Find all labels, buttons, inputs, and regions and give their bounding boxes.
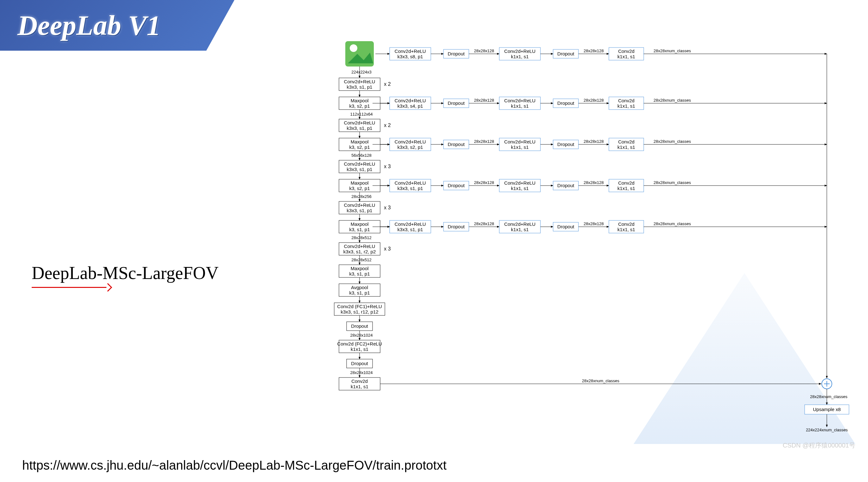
c5: Conv2d+ReLUk3x3, s1, r2, p2: [339, 243, 380, 255]
svg-text:28x28x128: 28x28x128: [584, 49, 604, 53]
svg-text:k3x3, s1, p1: k3x3, s1, p1: [347, 125, 373, 131]
svg-text:Conv2d+ReLU: Conv2d+ReLU: [344, 161, 375, 167]
head-conv2: Conv2d+ReLUk1x1, s1: [499, 97, 540, 109]
svg-text:k3x3, s1, p1: k3x3, s1, p1: [347, 84, 373, 90]
svg-text:28x28x128: 28x28x128: [584, 221, 604, 226]
svg-text:Dropout: Dropout: [557, 100, 574, 106]
fc3: Conv2dk1x1, s1: [339, 378, 380, 390]
svg-text:28x28x128: 28x28x128: [474, 180, 494, 185]
c4: Conv2d+ReLUk3x3, s1, p1: [339, 201, 380, 214]
svg-text:28x28xnum_classes: 28x28xnum_classes: [654, 49, 691, 53]
svg-text:Dropout: Dropout: [557, 183, 574, 188]
c3: Conv2d+ReLUk3x3, s1, p1: [339, 160, 380, 173]
svg-text:Maxpool: Maxpool: [351, 221, 369, 227]
svg-text:k1x1, s1: k1x1, s1: [511, 186, 529, 191]
svg-text:112x112x64: 112x112x64: [350, 112, 373, 117]
svg-text:Conv2d: Conv2d: [618, 49, 634, 54]
svg-text:k1x1, s1: k1x1, s1: [351, 384, 368, 389]
svg-text:28x28x128: 28x28x128: [474, 98, 494, 103]
svg-text:x 2: x 2: [384, 123, 391, 128]
head-dropout2: Dropout: [553, 50, 579, 58]
svg-text:Conv2d: Conv2d: [618, 98, 634, 103]
svg-text:Conv2d+ReLU: Conv2d+ReLU: [344, 202, 375, 208]
head-dropout2: Dropout: [553, 181, 579, 190]
head-conv3: Conv2dk1x1, s1: [609, 138, 644, 151]
svg-text:Dropout: Dropout: [351, 361, 368, 366]
model-name: DeepLab-MSc-LargeFOV: [32, 263, 219, 283]
svg-text:k1x1, s1: k1x1, s1: [617, 103, 635, 108]
svg-text:k3x3, s1, p1: k3x3, s1, p1: [398, 227, 423, 232]
head-conv2: Conv2d+ReLUk1x1, s1: [499, 179, 540, 192]
svg-text:28x28x1024: 28x28x1024: [350, 370, 373, 375]
svg-text:x 3: x 3: [384, 164, 391, 169]
svg-text:Dropout: Dropout: [447, 183, 465, 188]
head-conv3: Conv2dk1x1, s1: [609, 220, 644, 233]
head-dropout1: Dropout: [443, 222, 469, 231]
svg-text:k1x1, s1: k1x1, s1: [511, 103, 529, 108]
head-dropout1: Dropout: [443, 99, 469, 108]
svg-text:28x28xnum_classes: 28x28xnum_classes: [654, 139, 691, 144]
svg-text:Dropout: Dropout: [557, 51, 574, 56]
svg-text:Conv2d+ReLU: Conv2d+ReLU: [344, 79, 375, 84]
svg-text:k3, s1, p1: k3, s1, p1: [349, 290, 370, 295]
c2: Conv2d+ReLUk3x3, s1, p1: [339, 119, 380, 132]
architecture-diagram: 224x224x3Conv2d+ReLUk3x3, s1, p1x 2Maxpo…: [333, 41, 852, 465]
svg-text:28x28xnum_classes: 28x28xnum_classes: [654, 221, 691, 226]
svg-text:28x28xnum_classes: 28x28xnum_classes: [582, 379, 619, 383]
svg-text:k3x3, s2, p1: k3x3, s2, p1: [398, 144, 423, 150]
svg-text:28x28x128: 28x28x128: [584, 139, 604, 144]
svg-text:Conv2d+ReLU: Conv2d+ReLU: [504, 49, 536, 54]
head-conv1: Conv2d+ReLUk3x3, s1, p1: [390, 220, 431, 233]
svg-text:Dropout: Dropout: [557, 224, 574, 229]
svg-text:28x28x128: 28x28x128: [584, 180, 604, 185]
svg-text:56x56x128: 56x56x128: [351, 153, 372, 158]
svg-text:Dropout: Dropout: [447, 51, 465, 56]
svg-text:Maxpool: Maxpool: [351, 266, 369, 271]
svg-text:28x28x128: 28x28x128: [584, 98, 604, 103]
head-conv1: Conv2d+ReLUk3x3, s4, p1: [390, 97, 431, 109]
upsample: Upsample x8: [805, 405, 849, 414]
svg-text:x 2: x 2: [384, 82, 391, 87]
svg-text:k1x1, s1: k1x1, s1: [617, 227, 635, 232]
svg-text:k3, s2, p1: k3, s2, p1: [349, 144, 370, 150]
d1: Dropout: [347, 322, 373, 331]
svg-text:Dropout: Dropout: [447, 141, 465, 147]
head-dropout1: Dropout: [443, 181, 469, 190]
svg-text:28x28x1024: 28x28x1024: [350, 333, 373, 338]
input-image-icon: [345, 41, 374, 66]
head-conv3: Conv2dk1x1, s1: [609, 47, 644, 60]
svg-text:k1x1, s1: k1x1, s1: [351, 347, 368, 352]
head-conv2: Conv2d+ReLUk1x1, s1: [499, 47, 540, 60]
svg-text:Conv2d+ReLU: Conv2d+ReLU: [504, 221, 536, 227]
d2: Dropout: [347, 359, 373, 368]
svg-text:Conv2d+ReLU: Conv2d+ReLU: [504, 180, 536, 186]
svg-text:k3x3, s1, r12, p12: k3x3, s1, r12, p12: [341, 309, 378, 315]
head-conv1: Conv2d+ReLUk3x3, s2, p1: [390, 138, 431, 151]
svg-text:Conv2d (FC2)+ReLU: Conv2d (FC2)+ReLU: [337, 341, 382, 347]
svg-text:Conv2d+ReLU: Conv2d+ReLU: [395, 221, 426, 227]
head-dropout2: Dropout: [553, 99, 579, 108]
svg-text:Conv2d+ReLU: Conv2d+ReLU: [504, 139, 536, 144]
svg-text:Dropout: Dropout: [447, 224, 465, 229]
head-conv2: Conv2d+ReLUk1x1, s1: [499, 220, 540, 233]
svg-text:Conv2d: Conv2d: [618, 221, 634, 227]
head-dropout2: Dropout: [553, 140, 579, 149]
svg-text:k1x1, s1: k1x1, s1: [511, 54, 529, 59]
svg-text:Maxpool: Maxpool: [351, 98, 369, 103]
svg-text:k3x3, s4, p1: k3x3, s4, p1: [398, 103, 423, 108]
svg-text:k1x1, s1: k1x1, s1: [617, 144, 635, 150]
svg-text:Dropout: Dropout: [557, 141, 574, 147]
svg-point-1: [350, 44, 357, 52]
svg-text:28x28xnum_classes: 28x28xnum_classes: [654, 98, 691, 103]
page-title: DeepLab V1: [18, 9, 161, 41]
svg-text:Dropout: Dropout: [351, 323, 368, 329]
svg-text:k3, s2, p1: k3, s2, p1: [349, 103, 370, 108]
svg-text:Conv2d+ReLU: Conv2d+ReLU: [395, 98, 426, 103]
svg-text:k1x1, s1: k1x1, s1: [511, 227, 529, 232]
svg-text:Conv2d: Conv2d: [351, 379, 368, 384]
svg-text:x 3: x 3: [384, 246, 391, 252]
svg-text:k3x3, s8, p1: k3x3, s8, p1: [398, 54, 423, 59]
svg-text:k3x3, s1, r2, p2: k3x3, s1, r2, p2: [343, 249, 376, 254]
head-dropout1: Dropout: [443, 140, 469, 149]
p5: Maxpoolk3, s1, p1: [339, 265, 380, 278]
